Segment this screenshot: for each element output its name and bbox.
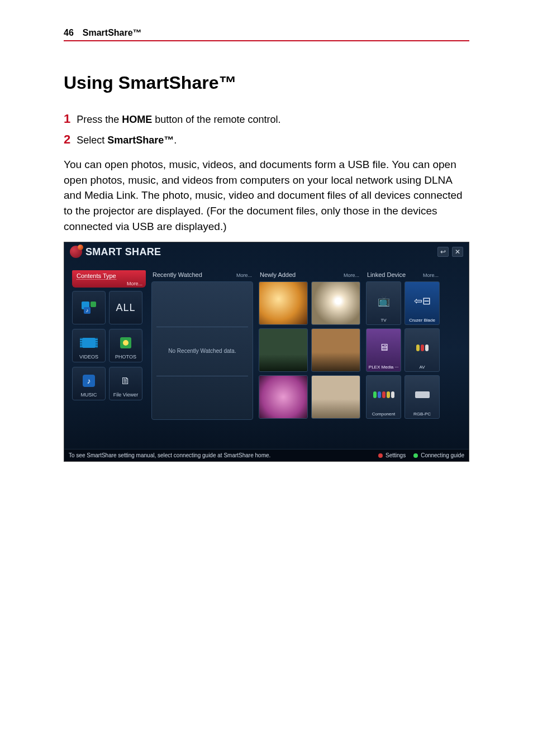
step-1-text-after: button of the remote control. — [152, 114, 280, 125]
settings-button[interactable]: Settings — [378, 452, 406, 458]
device-usb-label: Cruzer Blade — [409, 318, 435, 323]
green-dot-icon — [413, 453, 418, 458]
thumbnail[interactable] — [311, 328, 360, 372]
connecting-guide-label: Connecting guide — [421, 452, 464, 458]
shot-window-controls: ↩ ✕ — [437, 247, 463, 257]
tv-icon: 📺 — [378, 284, 390, 318]
contents-type-label: Contents Type — [77, 272, 116, 280]
shot-header: SMART SHARE ↩ ✕ — [64, 242, 469, 261]
recently-watched-header: Recently Watched More... — [151, 270, 253, 281]
tile-all-label: ALL — [116, 302, 135, 314]
tile-file-viewer-label: File Viewer — [113, 392, 138, 398]
tile-file-viewer[interactable]: 🗎 File Viewer — [109, 367, 142, 400]
step-1: 1 Press the HOME button of the remote co… — [64, 109, 469, 128]
newly-added-column: Newly Added More... — [259, 270, 360, 446]
component-icon — [373, 377, 394, 412]
file-icon: 🗎 — [121, 370, 131, 392]
thumbnail[interactable] — [311, 375, 360, 419]
shot-body: Contents Type More... ♪ ALL VIDEOS — [64, 270, 469, 446]
step-2-text-before: Select — [77, 135, 107, 146]
recently-watched-more[interactable]: More... — [236, 272, 252, 278]
contents-type-more[interactable]: More... — [127, 281, 142, 286]
tile-videos-label: VIDEOS — [79, 354, 98, 360]
vga-icon — [415, 377, 430, 412]
shot-title-text: SMART SHARE — [85, 246, 161, 258]
step-2-number: 2 — [64, 132, 70, 146]
device-plex[interactable]: 🖥 PLEX Media ··· — [366, 328, 401, 372]
film-icon — [82, 338, 96, 348]
tile-photos-label: PHOTOS — [115, 354, 136, 360]
thumbnail[interactable] — [259, 281, 308, 325]
newly-added-label: Newly Added — [260, 271, 296, 278]
step-1-number: 1 — [64, 112, 70, 126]
close-button[interactable]: ✕ — [452, 247, 463, 257]
connecting-guide-button[interactable]: Connecting guide — [413, 452, 464, 458]
back-button[interactable]: ↩ — [437, 247, 449, 257]
shot-title: SMART SHARE — [70, 246, 161, 258]
recently-watched-panel: No Recently Watched data. — [151, 281, 253, 420]
footer-hint: To see SmartShare setting manual, select… — [69, 452, 270, 458]
thumbnail[interactable] — [311, 281, 360, 325]
recently-watched-label: Recently Watched — [153, 271, 202, 278]
linked-device-grid: 📺 TV ⇦⊟ Cruzer Blade 🖥 PLEX Media ··· AV — [366, 281, 440, 419]
tile-all-icon[interactable]: ♪ — [72, 291, 106, 324]
newly-added-grid — [259, 281, 360, 419]
device-av[interactable]: AV — [404, 328, 440, 372]
tile-all[interactable]: ALL — [109, 291, 142, 324]
linked-device-column: Linked Device More... 📺 TV ⇦⊟ Cruzer Bla… — [366, 270, 440, 446]
newly-added-header: Newly Added More... — [259, 270, 360, 281]
settings-label: Settings — [386, 452, 406, 458]
monitor-icon: 🖥 — [379, 331, 389, 365]
thumbnail[interactable] — [259, 328, 308, 372]
step-2: 2 Select SmartShare™. — [64, 130, 469, 149]
header-section-title: SmartShare™ — [83, 28, 142, 38]
page-title: Using SmartShare™ — [64, 73, 469, 93]
device-av-label: AV — [419, 365, 425, 370]
tile-videos[interactable]: VIDEOS — [72, 329, 106, 362]
recently-watched-empty-text: No Recently Watched data. — [168, 348, 236, 354]
smartshare-logo-icon — [70, 246, 82, 258]
step-2-bold: SmartShare™ — [107, 135, 174, 146]
newly-added-more[interactable]: More... — [344, 272, 359, 278]
steps-list: 1 Press the HOME button of the remote co… — [64, 109, 469, 149]
running-header: 46 SmartShare™ — [64, 28, 469, 38]
smartshare-screenshot: SMART SHARE ↩ ✕ Contents Type More... ♪ — [64, 242, 469, 462]
rca-icon — [416, 331, 429, 365]
device-usb[interactable]: ⇦⊟ Cruzer Blade — [404, 281, 440, 325]
tile-music[interactable]: ♪ MUSIC — [72, 367, 106, 400]
device-rgbpc[interactable]: RGB-PC — [404, 375, 440, 419]
step-1-bold: HOME — [122, 114, 152, 125]
header-rule — [64, 40, 469, 41]
device-tv[interactable]: 📺 TV — [366, 281, 401, 325]
device-component-label: Component — [372, 412, 395, 417]
page-number: 46 — [64, 28, 74, 38]
usb-icon: ⇦⊟ — [414, 284, 431, 318]
tile-music-label: MUSIC — [81, 392, 97, 398]
step-2-text-after: . — [174, 135, 177, 146]
combo-icon: ♪ — [82, 302, 96, 314]
linked-device-more[interactable]: More... — [423, 272, 439, 278]
music-icon: ♪ — [83, 375, 95, 387]
photo-icon — [120, 337, 131, 348]
body-paragraph: You can open photos, music, videos, and … — [64, 157, 469, 234]
device-tv-label: TV — [380, 318, 386, 323]
thumbnail[interactable] — [259, 375, 308, 419]
step-1-text-before: Press the — [77, 114, 122, 125]
contents-type-column: Contents Type More... ♪ ALL VIDEOS — [72, 270, 146, 446]
recently-watched-column: Recently Watched More... No Recently Wat… — [151, 270, 253, 446]
device-component[interactable]: Component — [366, 375, 401, 419]
device-rgbpc-label: RGB-PC — [413, 412, 431, 417]
linked-device-label: Linked Device — [367, 271, 406, 278]
tile-photos[interactable]: PHOTOS — [109, 329, 142, 362]
shot-footer: To see SmartShare setting manual, select… — [64, 449, 469, 461]
red-dot-icon — [378, 453, 383, 458]
linked-device-header: Linked Device More... — [366, 270, 440, 281]
contents-type-header[interactable]: Contents Type More... — [72, 270, 146, 288]
device-plex-label: PLEX Media ··· — [369, 365, 398, 370]
